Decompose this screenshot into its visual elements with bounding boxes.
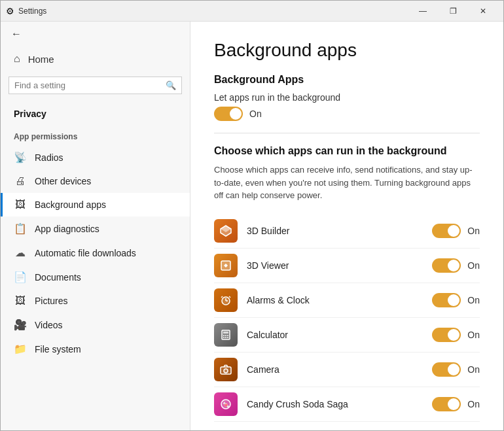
search-box[interactable]: 🔍: [9, 77, 182, 94]
svg-point-11: [225, 335, 226, 336]
other-devices-icon: 🖨: [14, 175, 27, 187]
toggle-3d-builder[interactable]: [432, 224, 461, 238]
toggle-text-camera: On: [467, 364, 480, 375]
app-icon-calculator: [214, 323, 238, 347]
minimize-button[interactable]: —: [408, 1, 438, 22]
sidebar-item-file-system-label: File system: [35, 344, 81, 354]
auto-downloads-icon: ☁: [14, 247, 27, 259]
svg-line-6: [221, 296, 223, 298]
app-icon-camera: [214, 358, 238, 381]
back-arrow-icon: ←: [11, 28, 22, 40]
videos-icon: 🎥: [14, 319, 27, 331]
home-icon: ⌂: [14, 53, 20, 65]
window-controls: — ❐ ✕: [408, 1, 498, 22]
content-area: ← ⌂ Home 🔍 Privacy App permissions 📡 Rad…: [1, 22, 503, 430]
search-input[interactable]: [14, 80, 166, 90]
toggle-alarms[interactable]: [432, 293, 461, 307]
app-icon-3d-viewer: [214, 254, 238, 277]
home-label: Home: [28, 54, 54, 65]
sidebar-item-auto-downloads-label: Automatic file downloads: [35, 248, 136, 258]
app-row-camera: Camera On: [214, 353, 480, 387]
app-row-candy-crush: 🍬 Candy Crush Soda Saga On: [214, 387, 480, 422]
sidebar-item-radios[interactable]: 📡 Radios: [1, 145, 190, 169]
svg-line-7: [229, 296, 230, 298]
toggle-text-candy-crush: On: [467, 399, 480, 409]
sidebar-item-videos[interactable]: 🎥 Videos: [1, 313, 190, 337]
toggle-3d-viewer[interactable]: [432, 258, 461, 273]
toggle-text-3d-builder: On: [467, 226, 480, 236]
main-content: Background apps Background Apps Let apps…: [190, 22, 503, 430]
toggle-knob: [448, 364, 459, 375]
section-divider: [214, 133, 480, 133]
svg-point-12: [227, 335, 228, 336]
sidebar-item-app-diagnostics-label: App diagnostics: [35, 224, 99, 234]
search-icon: 🔍: [166, 80, 176, 90]
main-toggle-row: On: [214, 107, 480, 121]
app-icon-3d-builder: [214, 219, 238, 243]
sidebar-item-file-system[interactable]: 📁 File system: [1, 337, 190, 361]
toggle-knob: [448, 329, 459, 341]
app-toggle-row-camera: On: [432, 362, 480, 377]
toggle-camera[interactable]: [432, 362, 461, 377]
toggle-knob: [230, 108, 242, 120]
pictures-icon: 🖼: [14, 295, 27, 307]
app-name-alarms: Alarms & Clock: [247, 295, 432, 305]
sidebar-item-videos-label: Videos: [35, 320, 63, 330]
file-system-icon: 📁: [14, 343, 27, 355]
app-row-alarms: Alarms & Clock On: [214, 283, 480, 318]
sidebar-item-other-devices[interactable]: 🖨 Other devices: [1, 169, 190, 193]
svg-text:🍬: 🍬: [223, 401, 230, 409]
page-title: Background apps: [214, 40, 480, 61]
window-title: Settings: [18, 7, 408, 16]
sidebar-item-radios-label: Radios: [35, 152, 63, 163]
app-row-3d-builder: 3D Builder On: [214, 214, 480, 249]
svg-point-17: [224, 369, 228, 373]
app-toggle-row-candy-crush: On: [432, 397, 480, 411]
app-name-3d-builder: 3D Builder: [247, 226, 432, 236]
close-button[interactable]: ✕: [468, 1, 498, 22]
documents-icon: 📄: [14, 271, 27, 283]
toggle-text-3d-viewer: On: [467, 260, 480, 271]
toggle-knob: [448, 398, 459, 410]
sidebar-item-documents-label: Documents: [35, 272, 81, 283]
sidebar-item-background-apps[interactable]: 🖼 Background apps: [1, 193, 190, 216]
section1-title: Background Apps: [214, 74, 480, 86]
privacy-label: Privacy: [1, 99, 190, 122]
app-permissions-label: App permissions: [1, 122, 190, 145]
svg-point-13: [223, 337, 225, 338]
svg-point-10: [223, 335, 225, 336]
svg-rect-9: [223, 332, 228, 334]
app-list: 3D Builder On 3D Viewer: [214, 214, 480, 422]
sidebar-item-background-apps-label: Background apps: [35, 199, 106, 210]
sidebar-item-other-devices-label: Other devices: [35, 176, 91, 186]
app-name-camera: Camera: [247, 364, 432, 375]
toggle-text-alarms: On: [467, 295, 480, 305]
window-icon: ⚙: [6, 6, 14, 16]
main-toggle-state: On: [249, 109, 262, 119]
background-apps-icon: 🖼: [14, 199, 27, 211]
sidebar-item-app-diagnostics[interactable]: 📋 App diagnostics: [1, 216, 190, 241]
sidebar-item-documents[interactable]: 📄 Documents: [1, 265, 190, 289]
app-name-3d-viewer: 3D Viewer: [247, 260, 432, 271]
app-toggle-row-calculator: On: [432, 328, 480, 342]
app-toggle-row-3d-builder: On: [432, 224, 480, 238]
maximize-button[interactable]: ❐: [438, 1, 468, 22]
section2-title: Choose which apps can run in the backgro…: [214, 145, 480, 157]
section2-desc: Choose which apps can receive info, send…: [214, 164, 480, 202]
app-toggle-row-3d-viewer: On: [432, 258, 480, 273]
app-row-calculator: Calculator On: [214, 318, 480, 353]
main-toggle[interactable]: [214, 107, 243, 121]
toggle-knob: [448, 294, 459, 306]
sidebar: ← ⌂ Home 🔍 Privacy App permissions 📡 Rad…: [1, 22, 190, 430]
sidebar-item-home[interactable]: ⌂ Home: [1, 46, 190, 71]
sidebar-item-auto-downloads[interactable]: ☁ Automatic file downloads: [1, 241, 190, 265]
sidebar-item-pictures[interactable]: 🖼 Pictures: [1, 289, 190, 313]
settings-window: ⚙ Settings — ❐ ✕ ← ⌂ Home 🔍 Privacy App …: [0, 0, 504, 431]
back-button[interactable]: ←: [1, 22, 190, 46]
toggle-knob: [448, 260, 459, 271]
app-toggle-row-alarms: On: [432, 293, 480, 307]
app-row-3d-viewer: 3D Viewer On: [214, 249, 480, 283]
toggle-calculator[interactable]: [432, 328, 461, 342]
toggle-candy-crush[interactable]: [432, 397, 461, 411]
toggle-knob: [448, 225, 459, 237]
